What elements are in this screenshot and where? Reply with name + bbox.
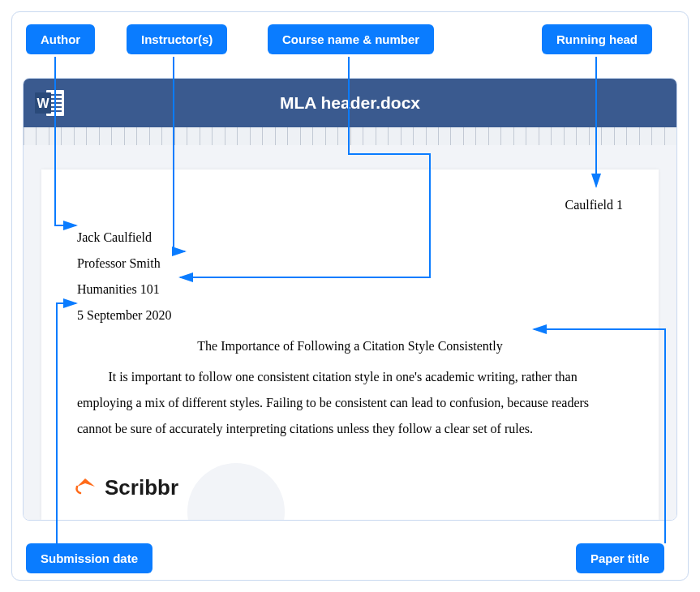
running-head: Caulfield 1 [77, 192, 623, 218]
paper-title: The Importance of Following a Citation S… [77, 333, 623, 359]
tag-author: Author [26, 24, 95, 54]
date-line: 5 September 2020 [77, 302, 623, 328]
scribbr-logo: Scribbr [41, 458, 193, 520]
filename: MLA header.docx [24, 93, 676, 113]
scribbr-icon [74, 475, 98, 500]
tag-running-head: Running head [542, 24, 652, 54]
course-line: Humanities 101 [77, 277, 623, 302]
body-paragraph: It is important to follow one consistent… [77, 364, 623, 442]
page-area: Caulfield 1 Jack Caulfield Professor Smi… [24, 145, 676, 520]
titlebar: W MLA header.docx [24, 79, 676, 127]
ruler [24, 127, 676, 145]
tag-instructor: Instructor(s) [127, 24, 227, 54]
instructor-line: Professor Smith [77, 251, 623, 277]
tag-submission-date: Submission date [26, 543, 152, 573]
tag-paper-title: Paper title [576, 543, 664, 573]
document-window: W MLA header.docx Caulfield 1 Jack Caulf… [23, 78, 677, 521]
tag-course: Course name & number [268, 24, 434, 54]
page: Caulfield 1 Jack Caulfield Professor Smi… [41, 169, 659, 520]
author-line: Jack Caulfield [77, 225, 623, 251]
scribbr-name: Scribbr [105, 466, 178, 508]
